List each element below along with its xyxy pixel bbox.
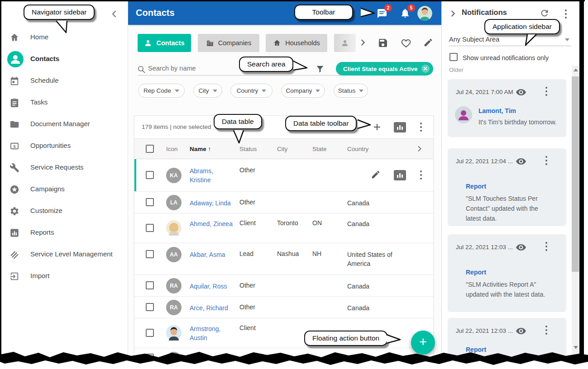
tab-contacts[interactable]: Contacts xyxy=(138,34,191,52)
row-checkbox[interactable] xyxy=(146,198,154,206)
notification-menu-icon[interactable] xyxy=(545,326,547,336)
contact-name-link[interactable]: Aquilar, Ross xyxy=(190,282,239,291)
contact-name-link[interactable]: Akbar, Asma xyxy=(190,250,239,259)
tab-label: Households xyxy=(285,39,320,47)
select-all-checkbox[interactable] xyxy=(146,145,154,153)
unread-only-checkbox[interactable] xyxy=(449,53,458,61)
status-cell: Other xyxy=(239,282,255,289)
row-checkbox[interactable] xyxy=(146,250,154,258)
chevron-down-icon xyxy=(213,90,217,92)
sidebar-item-customize[interactable]: Customize xyxy=(1,200,128,222)
mark-read-eye-icon[interactable] xyxy=(516,326,526,338)
pill-label: Status xyxy=(338,87,355,94)
column-header-city[interactable]: City xyxy=(277,146,287,152)
notification-card[interactable]: Jul 24, 2021 7:00 AM Lamont, Tim It's Ti… xyxy=(448,79,566,137)
notification-link[interactable]: Lamont, Tim xyxy=(478,107,516,114)
sidebar-item-document-manager[interactable]: Document Manager xyxy=(1,114,128,135)
row-checkbox[interactable] xyxy=(146,171,154,179)
contact-name-link[interactable]: Abrams, Kristine xyxy=(190,166,234,184)
filter-funnel-icon[interactable] xyxy=(315,64,327,76)
filter-pill-country[interactable]: Country xyxy=(230,84,272,98)
contact-name-link[interactable]: Armstrong, Austin xyxy=(190,324,234,342)
sidebar-item-service-requests[interactable]: Service Requests xyxy=(1,157,128,179)
collapse-panel-icon[interactable] xyxy=(448,9,460,20)
remove-filter-icon[interactable]: ✕ xyxy=(421,65,430,73)
table-row[interactable]: Ahmed, Zineea Client Toronto ON Canada xyxy=(134,213,433,243)
scrollbar-up-arrow[interactable] xyxy=(574,68,578,71)
row-menu-icon[interactable] xyxy=(420,170,422,181)
notification-link[interactable]: Report xyxy=(466,183,486,190)
callout-application-sidebar: Application sidebar xyxy=(484,19,560,34)
row-checkbox[interactable] xyxy=(146,224,154,232)
table-row[interactable]: RA Arce, Richard Other Canada xyxy=(134,297,433,318)
toolbar: Contacts 2 5 xyxy=(128,1,441,25)
filter-pill-rep-code[interactable]: Rep Code xyxy=(138,84,185,98)
table-row[interactable]: RA Aquilar, Ross Other Canada xyxy=(134,275,433,297)
column-header-state[interactable]: State xyxy=(312,146,327,152)
mark-read-eye-icon[interactable] xyxy=(516,156,526,169)
mark-read-eye-icon[interactable] xyxy=(516,87,526,99)
notification-card[interactable]: Jul 22, 2021 12:03 ... Report "SLM Activ… xyxy=(448,234,566,312)
refresh-icon[interactable] xyxy=(540,8,551,20)
sidebar-item-service-level-management[interactable]: Service Level Management xyxy=(1,244,128,265)
sidebar-item-reports[interactable]: Reports xyxy=(1,222,128,244)
table-row[interactable]: LA Adaway, Linda Other Canada xyxy=(134,192,433,213)
tab-households[interactable]: Households xyxy=(266,34,327,52)
notification-link[interactable]: Report xyxy=(466,269,486,276)
row-edit-icon[interactable] xyxy=(371,170,382,181)
sidebar-item-campaigns[interactable]: Campaigns xyxy=(1,179,128,200)
filter-pill-status[interactable]: Status xyxy=(334,84,368,98)
edit-icon[interactable] xyxy=(423,38,435,49)
scrollbar-thumb[interactable] xyxy=(572,76,579,272)
callout-toolbar: Toolbar xyxy=(294,5,353,20)
contact-name-link[interactable]: Adaway, Linda xyxy=(190,199,239,208)
callout-data-table-toolbar: Data table toolbar xyxy=(285,116,357,131)
tabs-scroll-right-icon[interactable] xyxy=(358,38,370,49)
collapse-sidebar-button[interactable] xyxy=(108,8,121,20)
contact-name-link[interactable]: Arce, Richard xyxy=(190,303,239,312)
column-header-country[interactable]: Country xyxy=(347,146,368,152)
add-icon[interactable] xyxy=(372,122,383,133)
search-input[interactable]: Search by name xyxy=(148,65,196,72)
filter-pill-company[interactable]: Company xyxy=(281,84,325,98)
callout-tail xyxy=(523,33,541,47)
column-header-name[interactable]: Name ↑ xyxy=(190,146,211,152)
notification-menu-icon[interactable] xyxy=(545,156,547,167)
table-menu-icon[interactable] xyxy=(420,123,422,133)
more-columns-icon[interactable] xyxy=(415,144,424,155)
star-icon xyxy=(10,184,19,194)
sidebar-item-contacts[interactable]: Contacts xyxy=(1,48,128,70)
subject-area-select[interactable]: Any Subject Area xyxy=(449,36,499,43)
row-chart-icon[interactable] xyxy=(394,170,406,180)
contact-initials-avatar: AA xyxy=(166,247,182,262)
filter-chip-label: Client State equals Active xyxy=(343,66,418,72)
save-icon[interactable] xyxy=(378,38,389,49)
notification-menu-icon[interactable] xyxy=(545,242,547,253)
sidebar-item-label: Import xyxy=(30,272,50,279)
tab-companies[interactable]: Companies xyxy=(198,34,259,52)
notification-card[interactable]: Jul 22, 2021 12:04 ... Report "SLM Touch… xyxy=(448,148,566,226)
filter-chip-client-state[interactable]: Client State equals Active ✕ xyxy=(336,62,433,76)
chart-view-icon[interactable] xyxy=(394,122,406,132)
page-title: Contacts xyxy=(136,8,175,18)
favorite-icon[interactable] xyxy=(401,38,412,49)
column-header-status[interactable]: Status xyxy=(239,146,257,152)
column-header-icon[interactable]: Icon xyxy=(166,146,178,152)
sidebar-item-tasks[interactable]: Tasks xyxy=(1,92,128,114)
mark-read-eye-icon[interactable] xyxy=(516,242,526,255)
sidebar-item-opportunities[interactable]: $ Opportunities xyxy=(1,135,128,157)
sidebar-item-schedule[interactable]: Schedule xyxy=(1,70,128,92)
row-checkbox[interactable] xyxy=(146,281,154,289)
tab-partial[interactable] xyxy=(334,34,356,52)
row-checkbox[interactable] xyxy=(146,303,154,311)
row-checkbox[interactable] xyxy=(146,329,154,337)
sidebar-item-import[interactable]: Import xyxy=(1,265,128,287)
panel-menu-icon[interactable] xyxy=(565,9,567,20)
table-row[interactable]: AA Akbar, Asma Lead Nashua NH United Sta… xyxy=(134,243,433,275)
notification-menu-icon[interactable] xyxy=(545,87,547,98)
sort-asc-icon: ↑ xyxy=(208,146,211,152)
table-row[interactable]: KA Abrams, Kristine Other xyxy=(134,159,433,192)
contact-name-link[interactable]: Ahmed, Zineea xyxy=(190,219,234,228)
user-avatar[interactable] xyxy=(417,6,432,21)
filter-pill-city[interactable]: City xyxy=(193,84,222,98)
